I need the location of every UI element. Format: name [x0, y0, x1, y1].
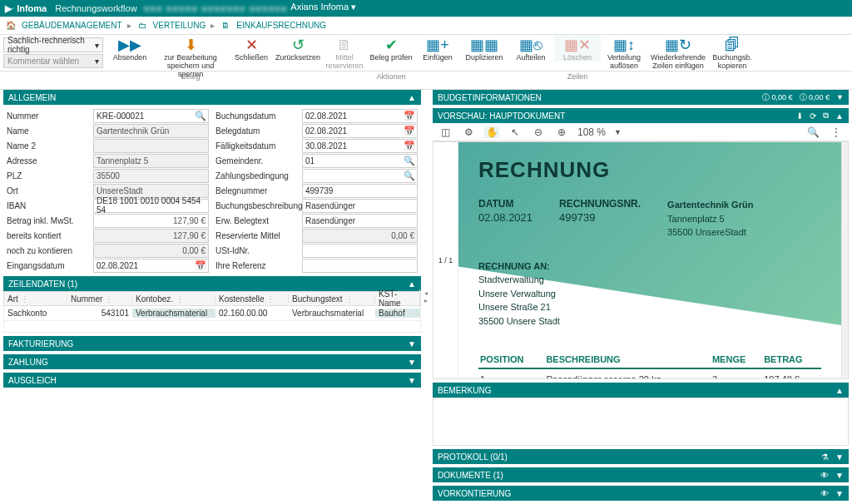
- grid-row[interactable]: Sachkonto 543101 Verbrauchsmaterial 02.1…: [3, 306, 421, 321]
- field-f-lligkeitsdatum[interactable]: 30.08.2021📅: [302, 139, 418, 153]
- ribbon-aufteilen[interactable]: ▦⎋Aufteilen: [508, 35, 554, 62]
- breadcrumb-3[interactable]: EINKAUFSRECHNUNG: [236, 21, 326, 30]
- field-label: IBAN: [3, 201, 93, 210]
- zoom-out-icon[interactable]: ⊖: [531, 126, 546, 138]
- search-icon[interactable]: 🔍: [404, 156, 415, 166]
- field-gemeindenr-[interactable]: 01🔍: [302, 154, 418, 168]
- panel-dokumente[interactable]: DOKUMENTE (1)👁▼: [433, 467, 849, 482]
- field-label: Belegdatum: [212, 126, 302, 136]
- field-label: Gemeindenr.: [212, 156, 302, 166]
- ribbon-schliessen[interactable]: ✕Schließen: [228, 35, 275, 62]
- calendar-icon[interactable]: 📅: [195, 260, 206, 271]
- eye-icon: 👁: [820, 471, 829, 480]
- field-label: Betrag inkl. MwSt.: [3, 216, 93, 225]
- panel-allgemein-head[interactable]: ALLGEMEIN▲: [3, 90, 421, 105]
- search-icon[interactable]: 🔍: [805, 126, 820, 138]
- panel-ausgleich[interactable]: AUSGLEICH▼: [3, 373, 421, 388]
- panel-zeilendaten-head[interactable]: ZEILENDATEN (1)▲: [3, 276, 421, 291]
- field-ort: UnsereStadt: [93, 184, 209, 198]
- field-label: Reservierte Mittel: [212, 231, 302, 240]
- ribbon-duplizieren[interactable]: ▦▦Duplizieren: [461, 35, 508, 62]
- field-label: Ihre Referenz: [212, 261, 302, 270]
- sidebar-toggle-icon[interactable]: ◫: [438, 126, 453, 138]
- comment-dropdown[interactable]: Kommentar wählen▾: [3, 54, 103, 68]
- field-ihre-referenz[interactable]: [302, 259, 418, 273]
- field-label: Name 2: [3, 141, 93, 151]
- calendar-icon[interactable]: 📅: [404, 141, 415, 151]
- brand-logo: ▶∙ Infoma: [5, 3, 47, 14]
- ribbon-einfuegen[interactable]: ▦+Einfügen: [414, 35, 461, 62]
- field-erw-belegtext[interactable]: Rasendünger: [302, 214, 418, 228]
- left-pane: ALLGEMEIN▲ NummerKRE-000021🔍NameGartente…: [0, 90, 424, 504]
- field-label: Zahlungsbedingung: [212, 171, 302, 180]
- ribbon-verteilung-aufloesen[interactable]: ▦↕Verteilung auflösen: [601, 35, 647, 70]
- field-label: Ort: [3, 186, 93, 195]
- ribbon-wiederkehrende[interactable]: ▦↻Wiederkehrende Zeilen einfügen: [647, 35, 709, 70]
- calendar-icon[interactable]: 📅: [404, 111, 415, 121]
- field-belegdatum[interactable]: 02.08.2021📅: [302, 124, 418, 138]
- page-indicator: 1 / 1: [433, 142, 458, 378]
- field-belegnummer[interactable]: 499739: [302, 184, 418, 198]
- field-label: Adresse: [3, 156, 93, 166]
- folder-icon: 🗀: [136, 20, 148, 32]
- field-eingangsdatum[interactable]: 02.08.2021📅: [93, 259, 209, 273]
- pointer-tool-icon[interactable]: ↖: [508, 126, 523, 138]
- ribbon-buchungsb-kopieren[interactable]: 🗐Buchungsb. kopieren: [709, 35, 755, 70]
- panel-bemerkung[interactable]: BEMERKUNG▲: [433, 383, 849, 398]
- search-icon[interactable]: 🔍: [404, 170, 415, 181]
- field-label: Fälligkeitsdatum: [212, 141, 302, 151]
- panel-fakturierung[interactable]: FAKTURIERUNG▼: [3, 336, 421, 351]
- ribbon-mittel-reservieren: 🗎Mittel reservieren: [321, 35, 368, 70]
- field-label: Erw. Belegtext: [212, 216, 302, 225]
- search-icon[interactable]: 🔍: [195, 111, 206, 121]
- grid-header: Art⋮ Nummer⋮ Kontobez.⋮ Kostenstelle⋮ Bu…: [3, 291, 421, 306]
- ribbon-loeschen: ▦✕Löschen: [554, 35, 601, 62]
- panel-protokoll[interactable]: PROTOKOLL (0/1)⚗▼: [433, 449, 849, 464]
- viewer-toolbar: ◫ ⚙ ✋ ↖ ⊖ ⊕ 108 %▼ 🔍 ⋮: [433, 123, 849, 141]
- field-ust-idnr-[interactable]: [302, 244, 418, 258]
- scrollbar[interactable]: [841, 142, 848, 378]
- ribbon-beleg-pruefen[interactable]: ✔Beleg prüfen: [368, 35, 414, 62]
- zoom-level[interactable]: 108 %: [577, 126, 606, 138]
- home-icon[interactable]: 🏠: [5, 20, 17, 32]
- more-icon[interactable]: ⋮: [829, 126, 844, 138]
- window-title: Rechnungsworkflow: [55, 3, 136, 13]
- field-nummer[interactable]: KRE-000021🔍: [93, 109, 209, 123]
- right-pane: BUDGETINFORMATIONEN ⓘ 0,00 € ⓘ 0,00 € ▼ …: [429, 90, 852, 504]
- field-buchungsdatum[interactable]: 02.08.2021📅: [302, 109, 418, 123]
- field-label: Buchungsdatum: [212, 111, 302, 121]
- field-buchungsbeschreibung[interactable]: Rasendünger: [302, 199, 418, 213]
- copy-icon[interactable]: ⧉: [823, 111, 829, 121]
- breadcrumb: 🏠 GEBÄUDEMANAGEMENT ▸ 🗀 VERTEILUNG ▸ 🗎 E…: [0, 17, 852, 35]
- panel-vorkontierung[interactable]: VORKONTIERUNG👁▼: [433, 486, 849, 501]
- document-preview[interactable]: RECHNUNG DATUM02.08.2021 RECHNUNGSNR.499…: [458, 142, 841, 378]
- ribbon-groups-row: Beleg Aktionen Zeilen: [0, 72, 852, 90]
- field-zahlungsbedingung[interactable]: 🔍: [302, 169, 418, 183]
- window-subtitle-redacted: ■■■ ■■■■■ ■■■■■■■ ■■■■■■: [144, 3, 288, 13]
- field-label: Nummer: [3, 111, 93, 121]
- breadcrumb-2[interactable]: VERTEILUNG: [153, 21, 206, 30]
- field-label: Eingangsdatum: [3, 261, 93, 270]
- download-icon[interactable]: ⬇: [796, 111, 803, 121]
- refresh-icon[interactable]: ⟳: [810, 111, 816, 121]
- ribbon-zuruecksetzen[interactable]: ↺Zurücksetzen: [275, 35, 321, 62]
- panel-vorschau[interactable]: VORSCHAU: HAUPTDOKUMENT ⬇ ⟳ ⧉ ▲: [433, 108, 849, 123]
- breadcrumb-1[interactable]: GEBÄUDEMANAGEMENT: [22, 21, 122, 30]
- status-dropdown[interactable]: Sachlich-rechnerisch richtig▾: [3, 37, 103, 52]
- document-icon: 🗎: [220, 20, 231, 32]
- panel-zahlung[interactable]: ZAHLUNG▼: [3, 354, 421, 369]
- panel-budget[interactable]: BUDGETINFORMATIONEN ⓘ 0,00 € ⓘ 0,00 € ▼: [433, 90, 849, 105]
- remark-textarea[interactable]: [433, 398, 849, 446]
- field-iban[interactable]: DE18 1001 0010 0004 5454 54: [93, 199, 209, 213]
- user-menu[interactable]: Axians Infoma ▾: [287, 2, 847, 16]
- ribbon-absenden[interactable]: ▶▶Absenden: [106, 35, 153, 62]
- field-betrag-inkl-mwst-[interactable]: 127,90 €: [93, 214, 209, 228]
- gear-icon[interactable]: ⚙: [461, 126, 476, 138]
- zoom-in-icon[interactable]: ⊕: [554, 126, 569, 138]
- hand-tool-icon[interactable]: ✋: [484, 126, 499, 138]
- field-name: Gartentechnik Grün: [93, 124, 209, 138]
- title-bar: ▶∙ Infoma Rechnungsworkflow ■■■ ■■■■■ ■■…: [0, 0, 852, 17]
- calendar-icon[interactable]: 📅: [404, 126, 415, 136]
- collapse-icon[interactable]: ▲: [408, 93, 416, 102]
- field-reservierte-mittel: 0,00 €: [302, 229, 418, 243]
